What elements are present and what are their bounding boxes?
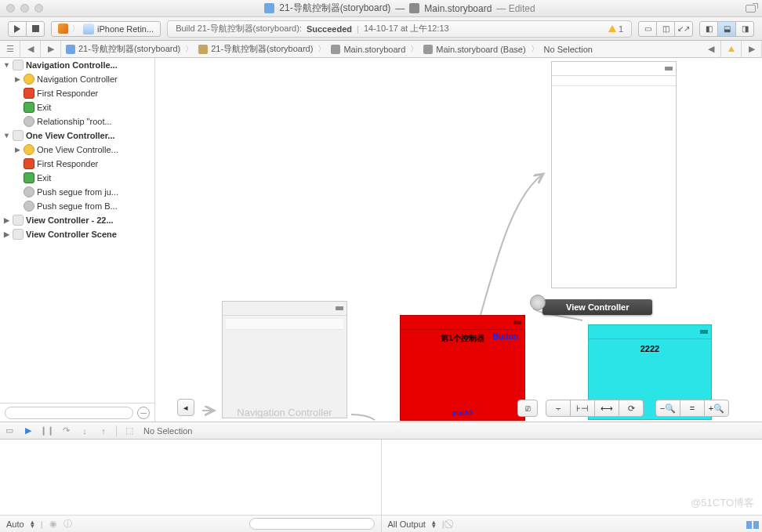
version-editor-button[interactable]: ↙↗ [674, 21, 693, 37]
push2-button[interactable]: push2 [401, 409, 524, 417]
viewcontroller-icon [24, 74, 34, 85]
nav-controller-label: Navigation Controller [222, 407, 347, 418]
breakpoints-button[interactable]: ▶ [19, 422, 38, 440]
outline-filter-toggle[interactable] [137, 407, 150, 419]
warning-indicator[interactable]: 1 [608, 24, 623, 34]
viewcontroller-icon [24, 144, 34, 155]
segue-node-icon[interactable] [530, 295, 546, 310]
file-icon [423, 45, 433, 54]
segue-icon [24, 186, 34, 197]
selected-vc-badge[interactable]: View Controller [542, 299, 652, 315]
any-any-button[interactable]: ⎚ [517, 400, 538, 417]
debug-hierarchy-button[interactable]: ⬚ [120, 422, 139, 440]
fullscreen-icon[interactable] [746, 5, 756, 13]
scene-icon [13, 229, 24, 240]
file-icon [331, 45, 340, 54]
app-icon [58, 24, 68, 34]
issues-button[interactable] [721, 41, 742, 58]
resizing-button[interactable]: ⟳ [619, 400, 644, 417]
storyboard-file-icon [409, 3, 419, 13]
edited-indicator: — Edited [496, 3, 535, 14]
outline-footer [0, 403, 154, 422]
button-element[interactable]: Button [493, 332, 518, 341]
outline-item[interactable]: Relationship "root... [0, 114, 154, 128]
outline-item[interactable]: Push segue from ju... [0, 185, 154, 199]
scene-header[interactable]: ▼One View Controller... [0, 128, 154, 143]
outline-item[interactable]: Exit [0, 100, 154, 114]
run-button[interactable] [8, 21, 27, 37]
segue-icon [24, 201, 34, 212]
scene-icon [13, 60, 24, 71]
debug-no-selection: No Selection [143, 426, 192, 436]
zoom-in-button[interactable]: +🔍 [704, 400, 729, 417]
breadcrumb[interactable]: 21-导航控制器(storyboard)〉 21-导航控制器(storyboar… [61, 43, 701, 55]
navigation-controller-scene[interactable] [222, 301, 347, 418]
close-window-icon[interactable] [6, 4, 15, 13]
outline-filter-input[interactable] [5, 407, 133, 419]
stop-button[interactable] [26, 21, 45, 37]
resolve-issues-button[interactable]: ⟷ [594, 400, 619, 417]
step-in-button[interactable]: ↓ [75, 422, 94, 440]
prev-issue-button[interactable]: ◀ [701, 41, 721, 58]
outline-item[interactable]: ▶Navigation Controller [0, 72, 154, 86]
debug-bar: ▭ ▶ ❙❙ ↷ ↓ ↑ ⬚ No Selection [0, 422, 762, 439]
title-file: Main.storyboard [424, 3, 492, 14]
scene-icon [13, 215, 24, 226]
step-out-button[interactable]: ↑ [94, 422, 113, 440]
scene-header[interactable]: ▶View Controller - 22... [0, 213, 154, 227]
segue-icon [24, 116, 34, 127]
console-view[interactable]: @51CTO博客 All Output▴▾ | ⃠ [382, 440, 763, 532]
toggle-navigator-button[interactable]: ◧ [699, 21, 718, 37]
back-button[interactable]: ◀ [20, 41, 41, 58]
eye-icon[interactable]: ◉ [49, 519, 57, 529]
first-responder-icon [24, 88, 34, 99]
folder-icon [198, 45, 208, 54]
align-button[interactable]: ⫟ [546, 400, 571, 417]
traffic-lights[interactable] [6, 4, 43, 13]
toggle-debug-area-button[interactable]: ⬓ [717, 21, 736, 37]
hide-debug-button[interactable]: ▭ [0, 422, 19, 440]
step-over-button[interactable]: ↷ [56, 422, 75, 440]
scheme-selector[interactable]: 〉 iPhone Retin... [51, 21, 161, 37]
zoom-window-icon[interactable] [34, 4, 43, 13]
view-controller-scene-white[interactable] [551, 61, 677, 288]
toggle-outline-button[interactable]: ◂ [177, 399, 194, 416]
next-issue-button[interactable]: ▶ [742, 41, 762, 58]
outline-item[interactable]: ▶One View Controlle... [0, 143, 154, 157]
watermark-text: @51CTO博客 [691, 496, 754, 510]
storyboard-canvas[interactable]: Navigation Controller 第1个控制器 Button push… [155, 58, 762, 422]
first-responder-icon [24, 158, 34, 169]
scene-header[interactable]: ▼Navigation Controlle... [0, 58, 154, 72]
outline-item[interactable]: Push segue from B... [0, 199, 154, 213]
warning-triangle-icon [608, 25, 616, 32]
title-project: 21-导航控制器(storyboard) [279, 2, 390, 15]
one-view-controller-scene[interactable]: 第1个控制器 Button push2 [400, 315, 525, 421]
scene-header[interactable]: ▶View Controller Scene [0, 227, 154, 241]
related-items-button[interactable]: ☰ [0, 41, 20, 58]
pause-button[interactable]: ❙❙ [38, 422, 56, 440]
forward-button[interactable]: ▶ [41, 41, 61, 58]
minimize-window-icon[interactable] [20, 4, 29, 13]
project-icon [66, 45, 75, 54]
pane-toggles[interactable] [746, 521, 759, 529]
zoom-actual-button[interactable]: = [680, 400, 705, 417]
zoom-out-button[interactable]: −🔍 [655, 400, 680, 417]
quicklook-icon[interactable]: ⓘ [64, 518, 72, 530]
assistant-editor-button[interactable]: ◫ [656, 21, 675, 37]
exit-icon [24, 172, 34, 183]
dropdown-arrows-icon[interactable]: ▴▾ [31, 520, 34, 528]
outline-item[interactable]: Exit [0, 171, 154, 185]
toggle-utilities-button[interactable]: ◨ [735, 21, 754, 37]
activity-status: Build 21-导航控制器(storyboard): Succeeded | … [167, 20, 632, 38]
outline-item[interactable]: First Responder [0, 157, 154, 171]
standard-editor-button[interactable]: ▭ [638, 21, 657, 37]
outline-item[interactable]: First Responder [0, 86, 154, 100]
variables-filter-input[interactable] [249, 518, 375, 530]
scene-icon [13, 130, 24, 141]
project-icon [264, 3, 274, 13]
variables-view[interactable]: Auto▴▾ | ◉ ⓘ [0, 440, 382, 532]
exit-icon [24, 102, 34, 113]
dropdown-arrows-icon[interactable]: ▴▾ [432, 520, 436, 528]
jump-bar: ☰ ◀ ▶ 21-导航控制器(storyboard)〉 21-导航控制器(sto… [0, 41, 762, 58]
pin-button[interactable]: ⊦⊣ [570, 400, 595, 417]
